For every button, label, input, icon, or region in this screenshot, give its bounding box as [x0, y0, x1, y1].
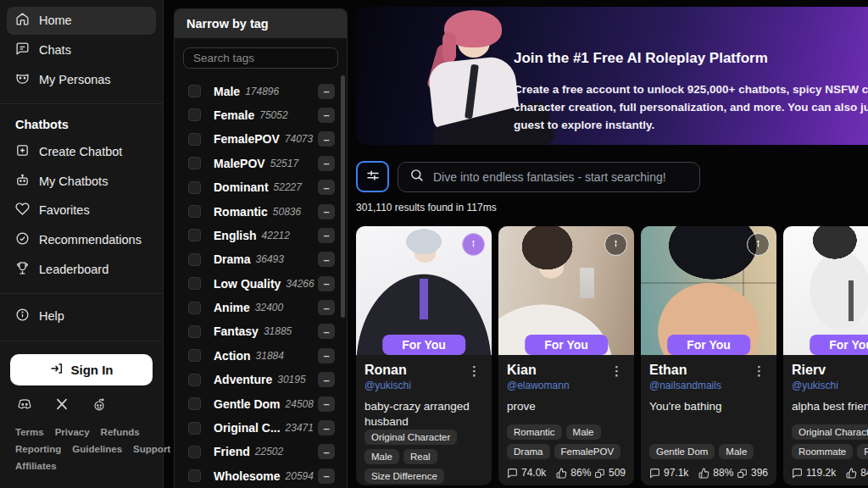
exclude-tag-button[interactable]: –	[318, 131, 335, 147]
footer-link-guidelines[interactable]: Guidelines	[72, 444, 122, 454]
tag-checkbox[interactable]	[188, 253, 201, 266]
tag-chip[interactable]: FemalePOV	[554, 444, 621, 459]
footer-link-affiliates[interactable]: Affiliates	[15, 461, 57, 471]
sidebar-item-home[interactable]: Home	[7, 7, 156, 35]
tag-checkbox[interactable]	[188, 446, 201, 458]
tag-name[interactable]: Action	[214, 349, 251, 363]
sign-in-button[interactable]: Sign In	[10, 354, 153, 385]
tag-checkbox[interactable]	[188, 374, 201, 386]
exclude-tag-button[interactable]: –	[318, 396, 335, 412]
search-input[interactable]	[433, 170, 688, 184]
chatbot-card[interactable]: For You Rierv ⋮ @yukischi alpha best fri…	[783, 226, 868, 485]
exclude-tag-button[interactable]: –	[318, 444, 335, 459]
tag-checkbox[interactable]	[188, 157, 201, 169]
chatbot-card[interactable]: For You Ethan ⋮ @nailsandmails You're ba…	[641, 226, 776, 485]
tag-checkbox[interactable]	[188, 229, 201, 241]
tag-checkbox[interactable]	[188, 397, 201, 410]
promo-banner[interactable]: Join the #1 Free AI Roleplay Platform Cr…	[356, 7, 868, 145]
exclude-tag-button[interactable]: –	[318, 204, 335, 219]
exclude-tag-button[interactable]: –	[318, 300, 335, 315]
creator-handle[interactable]: @yukischi	[792, 380, 868, 391]
sidebar-item-leaderboard[interactable]: Leaderboard	[7, 255, 156, 283]
tag-checkbox[interactable]	[188, 422, 201, 435]
exclude-tag-button[interactable]: –	[318, 324, 335, 339]
exclude-tag-button[interactable]: –	[318, 372, 335, 387]
tag-search-input[interactable]	[183, 47, 338, 69]
tag-chip[interactable]: Romantic	[507, 424, 562, 440]
tag-name[interactable]: Dominant	[214, 180, 269, 194]
footer-link-reporting[interactable]: Reporting	[15, 444, 61, 454]
exclude-tag-button[interactable]: –	[318, 252, 335, 267]
creator-handle[interactable]: @elawomann	[507, 380, 626, 391]
tag-name[interactable]: Low Quality	[214, 277, 281, 291]
creator-handle[interactable]: @yukischi	[364, 380, 483, 391]
tag-chip[interactable]: Friend	[857, 444, 868, 459]
sidebar-item-my-personas[interactable]: My Personas	[7, 65, 156, 93]
footer-link-privacy[interactable]: Privacy	[55, 427, 90, 437]
tag-chip[interactable]: Male	[364, 449, 399, 464]
sidebar-item-create-chatbot[interactable]: Create Chatbot	[7, 138, 156, 166]
tag-name[interactable]: Female	[214, 108, 254, 122]
filter-button[interactable]	[356, 161, 389, 192]
footer-link-support[interactable]: Support	[133, 444, 170, 454]
exclude-tag-button[interactable]: –	[318, 108, 335, 123]
exclude-tag-button[interactable]: –	[318, 276, 335, 291]
tag-name[interactable]: FemalePOV	[214, 132, 280, 146]
tag-name[interactable]: Male	[214, 85, 240, 98]
tag-checkbox[interactable]	[188, 108, 201, 121]
tag-checkbox[interactable]	[188, 85, 201, 97]
card-menu-icon[interactable]: ⋮	[750, 363, 768, 379]
x-icon[interactable]	[55, 397, 69, 414]
card-menu-icon[interactable]: ⋮	[465, 363, 483, 379]
tag-name[interactable]: Romantic	[214, 205, 268, 219]
exclude-tag-button[interactable]: –	[318, 84, 335, 99]
info-badge-icon[interactable]	[604, 233, 627, 256]
sidebar-item-recommendations[interactable]: Recommendations	[7, 226, 156, 254]
tag-chip[interactable]: Original Character	[364, 430, 457, 445]
sidebar-item-chats[interactable]: Chats	[7, 36, 156, 64]
tag-chip[interactable]: Gentle Dom	[649, 444, 715, 459]
discord-icon[interactable]	[17, 397, 32, 414]
footer-link-terms[interactable]: Terms	[15, 427, 44, 437]
tag-checkbox[interactable]	[188, 205, 201, 218]
tag-chip[interactable]: Male	[719, 444, 754, 459]
creator-handle[interactable]: @nailsandmails	[649, 380, 768, 391]
tag-name[interactable]: Drama	[214, 252, 251, 266]
tag-checkbox[interactable]	[188, 302, 201, 314]
exclude-tag-button[interactable]: –	[318, 469, 335, 484]
tag-list-scrollbar[interactable]	[341, 75, 345, 318]
tag-name[interactable]: Original C...	[214, 421, 281, 435]
sidebar-item-my-chatbots[interactable]: My Chatbots	[7, 167, 156, 195]
tag-chip[interactable]: Original Character	[792, 424, 868, 440]
tag-checkbox[interactable]	[188, 469, 201, 482]
exclude-tag-button[interactable]: –	[318, 180, 335, 195]
reddit-icon[interactable]	[92, 397, 107, 415]
info-badge-icon[interactable]	[747, 233, 770, 256]
sidebar-item-favorites[interactable]: Favorites	[7, 197, 156, 225]
tag-checkbox[interactable]	[188, 349, 201, 362]
tag-name[interactable]: Anime	[214, 301, 250, 314]
exclude-tag-button[interactable]: –	[318, 228, 335, 243]
chatbot-card[interactable]: For You Ronan ⋮ @yukischi baby-crazy arr…	[356, 226, 492, 485]
tag-chip[interactable]: Male	[566, 424, 601, 440]
tag-name[interactable]: Friend	[214, 445, 250, 458]
exclude-tag-button[interactable]: –	[318, 420, 335, 435]
exclude-tag-button[interactable]: –	[318, 348, 335, 363]
tag-chip[interactable]: Real	[403, 449, 437, 464]
tag-name[interactable]: Wholesome	[214, 469, 281, 483]
tag-checkbox[interactable]	[188, 181, 201, 194]
tag-name[interactable]: Adventure	[214, 373, 272, 386]
tag-name[interactable]: Gentle Dom	[214, 397, 281, 411]
tag-checkbox[interactable]	[188, 325, 201, 338]
tag-chip[interactable]: Roommate	[792, 444, 853, 459]
exclude-tag-button[interactable]: –	[318, 156, 335, 171]
chatbot-card[interactable]: For You Kian ⋮ @elawomann prove Romantic…	[498, 226, 634, 485]
tag-checkbox[interactable]	[188, 133, 201, 146]
tag-chip[interactable]: Size Difference	[364, 469, 444, 484]
tag-name[interactable]: English	[214, 229, 257, 242]
info-badge-icon[interactable]	[462, 233, 485, 256]
card-menu-icon[interactable]: ⋮	[608, 363, 626, 379]
tag-name[interactable]: MalePOV	[214, 157, 265, 170]
tag-chip[interactable]: Drama	[507, 444, 550, 459]
sidebar-item-help[interactable]: Help	[7, 302, 156, 330]
